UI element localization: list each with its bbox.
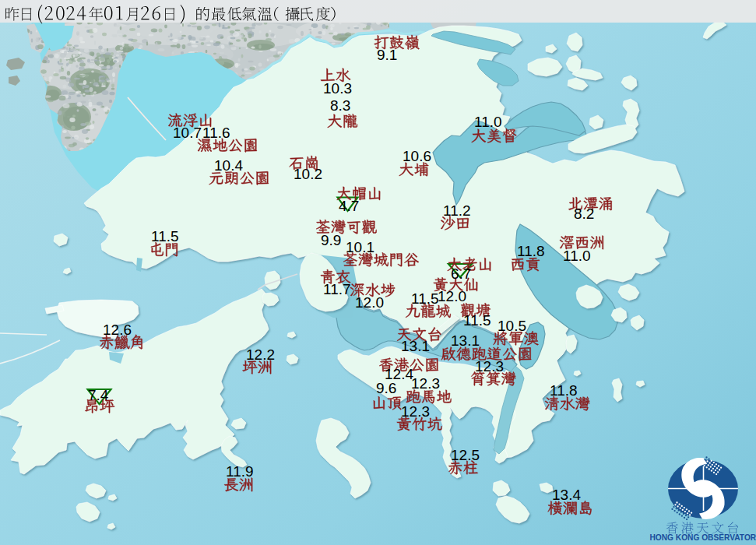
svg-text:11.2: 11.2	[443, 202, 471, 219]
svg-text:8.2: 8.2	[574, 206, 594, 222]
svg-text:11.5: 11.5	[411, 290, 439, 307]
svg-text:12.2: 12.2	[246, 346, 275, 363]
svg-text:9.6: 9.6	[376, 380, 396, 396]
svg-text:13.1: 13.1	[401, 338, 430, 354]
svg-text:11.5: 11.5	[463, 312, 491, 329]
svg-text:11.0: 11.0	[563, 248, 591, 264]
svg-text:12.3: 12.3	[401, 403, 430, 420]
svg-text:11.9: 11.9	[226, 463, 254, 480]
svg-text:11.7: 11.7	[323, 281, 351, 297]
svg-text:13.4: 13.4	[552, 487, 581, 503]
svg-text:HONG KONG OBSERVATORY: HONG KONG OBSERVATORY	[649, 533, 756, 542]
svg-text:12.0: 12.0	[355, 294, 384, 311]
svg-text:12.6: 12.6	[103, 322, 132, 338]
svg-text:6.7: 6.7	[451, 265, 471, 282]
svg-text:10.6: 10.6	[403, 148, 431, 164]
svg-text:11.6: 11.6	[202, 125, 230, 141]
svg-text:11.5: 11.5	[151, 228, 179, 244]
svg-text:12.5: 12.5	[451, 447, 480, 463]
svg-text:4.7: 4.7	[339, 198, 359, 214]
svg-text:10.5: 10.5	[498, 318, 526, 334]
svg-text:9.1: 9.1	[377, 47, 397, 63]
svg-text:11.8: 11.8	[517, 243, 545, 259]
svg-text:12.3: 12.3	[475, 358, 504, 374]
svg-text:10.7: 10.7	[173, 125, 202, 141]
svg-text:10.1: 10.1	[346, 239, 374, 255]
svg-text:7.4: 7.4	[88, 387, 109, 403]
svg-text:11.8: 11.8	[550, 382, 578, 399]
svg-text:10.4: 10.4	[214, 157, 243, 174]
svg-text:10.2: 10.2	[294, 166, 322, 182]
svg-text:11.0: 11.0	[474, 114, 502, 130]
svg-text:13.1: 13.1	[451, 332, 480, 349]
svg-text:9.9: 9.9	[321, 232, 341, 248]
svg-text:12.3: 12.3	[411, 375, 440, 392]
svg-text:8.3: 8.3	[330, 97, 350, 114]
svg-text:12.0: 12.0	[438, 288, 466, 304]
svg-text:10.3: 10.3	[323, 80, 352, 97]
